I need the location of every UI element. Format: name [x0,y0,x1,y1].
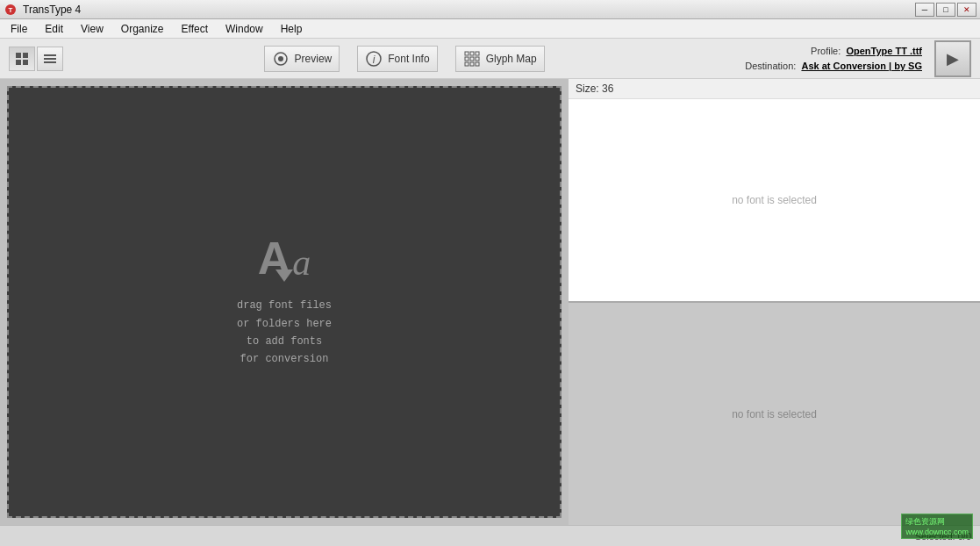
glyph-map-icon [463,50,481,68]
grid-icon [15,52,29,66]
menu-edit[interactable]: Edit [38,21,70,37]
title-bar-controls: ─ □ ✕ [915,3,976,17]
svg-rect-20 [470,62,474,66]
preview-content: no font is selected [569,99,980,301]
menu-file[interactable]: File [4,21,34,37]
maximize-button[interactable]: □ [936,3,955,17]
menu-view[interactable]: View [74,21,111,37]
destination-label: Destination: [745,61,796,71]
title-bar: T TransType 4 ─ □ ✕ [0,0,980,19]
glyph-map-label: Glyph Map [486,53,537,65]
svg-rect-18 [476,57,479,61]
drop-line-2: or folders here [237,315,332,333]
svg-rect-19 [465,62,469,66]
view-list-button[interactable] [37,47,63,71]
view-toggle-group [9,47,63,71]
watermark: 绿色资源网www.downcc.com [901,514,973,539]
toolbar: Preview i Font Info [0,39,980,79]
profile-label: Profile: [811,46,841,56]
info-panel: no font is selected [569,303,980,525]
font-drop-area[interactable]: A a drag font files or folders here to a… [7,86,562,518]
preview-panel: Size: 36 no font is selected [569,79,980,303]
size-value: 36 [602,83,613,95]
view-grid-button[interactable] [9,47,35,71]
main-content: A a drag font files or folders here to a… [0,79,980,525]
svg-text:T: T [9,6,13,14]
preview-no-font-text: no font is selected [732,194,817,206]
title-bar-left: T TransType 4 [4,3,81,17]
svg-point-10 [278,56,283,61]
profile-section: Profile: OpenType TT .ttf Destination: A… [745,44,922,73]
svg-rect-8 [44,61,56,63]
svg-rect-3 [23,53,28,58]
svg-rect-13 [465,52,469,55]
drop-zone: A a drag font files or folders here to a… [237,235,332,369]
preview-button[interactable]: Preview [264,46,340,72]
glyph-map-button[interactable]: Glyph Map [455,46,545,72]
info-no-font-text: no font is selected [732,408,817,420]
svg-rect-5 [23,60,28,65]
svg-rect-4 [16,60,21,65]
svg-rect-6 [44,54,56,56]
drop-line-1: drag font files [237,297,332,314]
font-info-label: Font Info [388,53,429,65]
right-panel: Size: 36 no font is selected no font is … [569,79,980,525]
status-bar: Selected: 0/0 [0,525,980,546]
destination-value[interactable]: Ask at Conversion | by SG [801,61,922,71]
drop-line-4: for conversion [237,350,332,368]
svg-rect-15 [476,52,479,55]
destination-line: Destination: Ask at Conversion | by SG [745,59,922,74]
svg-marker-22 [275,269,293,282]
svg-rect-17 [470,57,474,61]
app-title: TransType 4 [23,4,81,16]
font-icon: A a [258,235,311,281]
toolbar-center: Preview i Font Info [68,46,740,72]
svg-rect-2 [16,53,21,58]
close-button[interactable]: ✕ [957,3,976,17]
font-info-icon: i [365,50,383,68]
profile-value[interactable]: OpenType TT .ttf [846,46,922,56]
menu-help[interactable]: Help [274,21,310,37]
convert-button[interactable]: ▶ [934,40,971,77]
play-icon: ▶ [947,49,959,68]
minimize-button[interactable]: ─ [915,3,934,17]
profile-line: Profile: OpenType TT .ttf [811,44,922,59]
drop-line-3: to add fonts [237,333,332,350]
menu-effect[interactable]: Effect [175,21,215,37]
svg-rect-14 [470,52,474,55]
menu-window[interactable]: Window [218,21,270,37]
preview-icon [272,50,290,68]
size-label: Size: [576,83,599,95]
font-info-button[interactable]: i Font Info [357,46,437,72]
svg-rect-16 [465,57,469,61]
svg-rect-21 [476,62,479,66]
svg-text:i: i [373,54,376,66]
menu-bar: File Edit View Organize Effect Window He… [0,19,980,39]
preview-label: Preview [295,53,333,65]
app-icon: T [4,3,18,17]
drop-instructions: drag font files or folders here to add f… [237,297,332,369]
menu-organize[interactable]: Organize [114,21,171,37]
arrow-down-icon [272,266,297,288]
list-icon [43,52,57,66]
preview-header: Size: 36 [569,79,980,99]
svg-rect-7 [44,58,56,60]
